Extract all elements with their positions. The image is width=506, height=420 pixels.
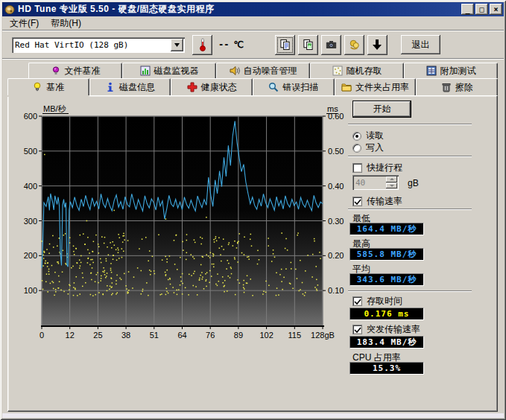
access-time-checkbox[interactable] [352, 296, 362, 306]
access-time-dot [311, 276, 313, 278]
gold-hand-coins-icon [349, 39, 360, 51]
read-mode-option[interactable]: 读取 [352, 130, 384, 142]
random-access-icon [332, 66, 343, 76]
access-time-dot [282, 289, 283, 290]
access-time-dot [101, 262, 102, 264]
access-time-dot [46, 249, 48, 250]
transfer-rate-checkbox[interactable] [352, 197, 362, 206]
access-time-dot [107, 273, 108, 274]
access-time-dot [154, 270, 155, 272]
temperature-button[interactable] [192, 35, 212, 55]
tab-erase[interactable]: 擦除 [416, 78, 498, 95]
write-mode-option[interactable]: 写入 [352, 141, 384, 154]
access-time-dot [244, 292, 245, 293]
access-time-dot [109, 289, 110, 290]
access-time-dot [166, 288, 168, 290]
burst-rate-checkbox[interactable] [352, 325, 362, 334]
tab-random-access[interactable]: 随机存取 [310, 63, 404, 78]
access-time-dot [90, 294, 92, 296]
access-time-dot [44, 154, 45, 156]
access-time-dot [95, 235, 97, 236]
tab-health[interactable]: 健康状态 [171, 78, 253, 95]
transfer-rate-option[interactable]: 传输速率 [352, 195, 402, 208]
access-time-dot [182, 283, 183, 284]
maximize-button[interactable]: □ [475, 4, 488, 15]
tab-benchmark[interactable]: 基准 [7, 78, 89, 95]
close-button[interactable]: × [490, 4, 502, 15]
screenshot-button[interactable] [321, 35, 341, 55]
tab-folder-usage[interactable]: 文件夹占用率 [335, 78, 417, 95]
copy-icon [279, 39, 291, 51]
access-time-dot [182, 241, 183, 243]
minimize-button[interactable]: _ [461, 4, 474, 15]
access-time-dot [191, 275, 192, 276]
menu-help[interactable]: 帮助(H) [45, 16, 86, 31]
drive-select[interactable]: Red Hat VirtIO (128 gB) [12, 37, 185, 53]
access-time-dot [182, 293, 183, 295]
access-time-dot [121, 279, 122, 281]
access-time-dot [166, 261, 168, 263]
camera-icon [326, 39, 337, 50]
access-time-dot [48, 252, 50, 254]
access-time-dot [54, 272, 56, 273]
separator [348, 209, 472, 210]
access-time-dot [234, 241, 235, 242]
tab-file-benchmark[interactable]: 文件基准 [28, 63, 122, 78]
access-time-dot [48, 271, 50, 273]
tab-disk-info[interactable]: 磁盘信息 [89, 78, 171, 95]
download-button[interactable] [367, 35, 388, 55]
tab-aam[interactable]: 自动噪音管理 [216, 63, 310, 78]
access-time-dot [215, 238, 216, 240]
access-time-dot [83, 233, 84, 235]
access-time-dot [234, 257, 235, 258]
access-time-dot [165, 274, 167, 276]
exit-button[interactable]: 退出 [401, 35, 440, 54]
access-time-dot [290, 283, 291, 284]
stepper-buttons[interactable] [386, 176, 397, 188]
access-time-dot [206, 254, 207, 255]
access-time-dot [148, 295, 149, 296]
access-time-dot [241, 252, 243, 254]
short-stroke-checkbox[interactable] [352, 163, 362, 173]
access-time-dot [219, 247, 221, 249]
access-time-dot [228, 244, 230, 246]
start-button[interactable]: 开始 [352, 101, 411, 118]
access-time-dot [44, 252, 45, 253]
access-time-dot [87, 249, 89, 251]
access-time-dot [73, 246, 75, 247]
access-time-dot [65, 233, 66, 235]
donate-button[interactable] [344, 35, 364, 55]
access-time-option[interactable]: 存取时间 [352, 295, 402, 308]
access-time-dot [116, 284, 117, 285]
tab-extra-tests[interactable]: 附加测试 [404, 63, 498, 78]
drive-select-dropdown-button[interactable] [171, 39, 183, 51]
access-time-dot [265, 281, 267, 282]
access-time-dot [112, 293, 113, 294]
access-time-dot [101, 236, 103, 238]
access-time-dot [69, 242, 71, 244]
short-stroke-size-stepper[interactable]: 40 [352, 175, 399, 190]
menu-file[interactable]: 文件(F) [4, 16, 44, 31]
short-stroke-option[interactable]: 快捷行程 [352, 162, 402, 174]
tab-error-scan[interactable]: 错误扫描 [253, 78, 335, 95]
access-time-dot [103, 294, 104, 296]
write-radio[interactable] [352, 144, 361, 153]
tab-disk-monitor[interactable]: 磁盘监视器 [122, 63, 216, 78]
stepper-down-button[interactable] [386, 183, 397, 189]
access-time-dot [127, 291, 128, 293]
access-time-dot [98, 244, 99, 245]
access-time-dot [300, 260, 301, 261]
read-radio[interactable] [352, 132, 361, 141]
access-time-dot [262, 293, 264, 295]
access-time-dot [106, 261, 107, 262]
access-time-dot [47, 266, 48, 267]
access-time-dot [250, 239, 251, 241]
stepper-up-button[interactable] [386, 176, 397, 182]
access-time-dot [237, 261, 238, 263]
copy-text-button[interactable] [275, 35, 295, 55]
access-time-dot [300, 289, 301, 290]
copy-image-button[interactable] [298, 35, 318, 55]
burst-rate-label: 突发传输速率 [367, 323, 420, 336]
hd-tune-window: HD Tune 专业版 5.50 - 硬盘/固态硬盘实用程序 _ □ × 文件(… [0, 0, 506, 420]
burst-rate-option[interactable]: 突发传输速率 [352, 323, 420, 336]
